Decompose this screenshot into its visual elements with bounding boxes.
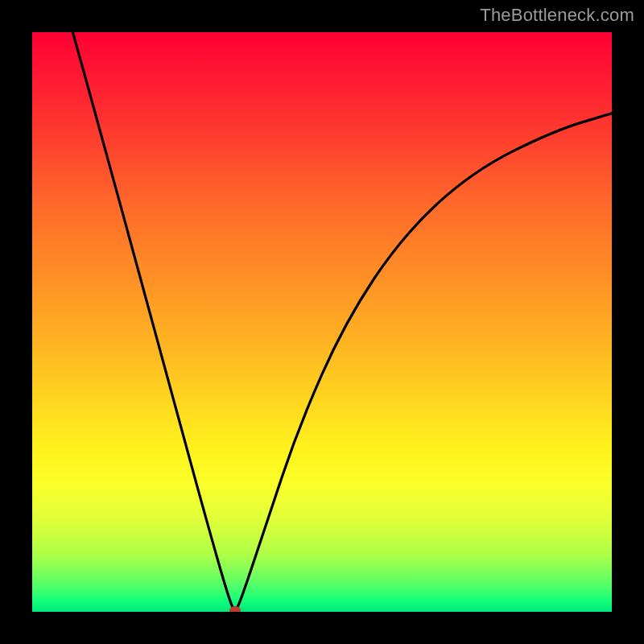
bottleneck-curve bbox=[72, 32, 612, 612]
plot-area bbox=[32, 32, 612, 612]
watermark-text: TheBottleneck.com bbox=[480, 5, 634, 26]
chart-frame: TheBottleneck.com bbox=[0, 0, 644, 644]
curve-svg bbox=[32, 32, 612, 612]
minimum-marker bbox=[229, 606, 241, 612]
